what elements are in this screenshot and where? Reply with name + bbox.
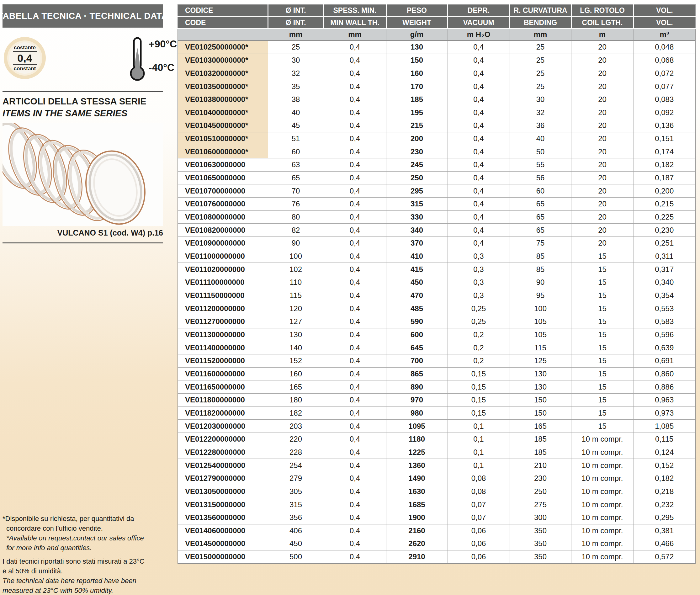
table-row: VE0145000000004500,426200,0635010 m comp… bbox=[178, 537, 695, 550]
weight-cell: 2910 bbox=[386, 550, 447, 564]
weight-cell: 2160 bbox=[386, 524, 447, 537]
volume-cell: 0,230 bbox=[634, 224, 695, 237]
bending-cell: 65 bbox=[509, 198, 571, 211]
bending-cell: 85 bbox=[509, 263, 571, 276]
diameter-cell: 63 bbox=[268, 159, 324, 172]
badge-label-it: costante bbox=[14, 45, 36, 51]
volume-cell: 0,136 bbox=[634, 119, 695, 132]
code-cell: VE011100000000 bbox=[178, 276, 268, 289]
vacuum-cell: 0,4 bbox=[447, 80, 509, 93]
vacuum-cell: 0,4 bbox=[447, 159, 509, 172]
footnote-line: I dati tecnici riportati sono stati misu… bbox=[2, 557, 178, 566]
volume-cell: 0,225 bbox=[634, 210, 695, 224]
table-row: VE010760000000760,43150,465200,215 bbox=[178, 198, 695, 211]
vacuum-cell: 0,4 bbox=[447, 171, 509, 185]
vacuum-cell: 0,3 bbox=[447, 263, 509, 276]
coil-length-cell: 10 m compr. bbox=[571, 537, 634, 550]
page-title: TABELLA TECNICA · TECHNICAL DATA bbox=[0, 11, 168, 21]
vacuum-cell: 0,1 bbox=[447, 420, 509, 433]
table-row: VE0125400000002540,413600,121010 m compr… bbox=[178, 459, 695, 472]
coil-length-cell: 15 bbox=[571, 289, 634, 302]
diameter-cell: 450 bbox=[268, 537, 324, 550]
coil-length-cell: 15 bbox=[571, 406, 634, 420]
wall-cell: 0,4 bbox=[324, 315, 386, 329]
weight-cell: 200 bbox=[386, 132, 447, 145]
table-row: VE0130500000003050,416300,0825010 m comp… bbox=[178, 485, 695, 498]
table-row: VE010510000000*510,42000,440200,151 bbox=[178, 132, 695, 145]
volume-cell: 0,317 bbox=[634, 263, 695, 276]
weight-cell: 645 bbox=[386, 341, 447, 355]
hose-product-image bbox=[2, 123, 163, 226]
diameter-cell: 80 bbox=[268, 210, 324, 224]
wall-cell: 0,4 bbox=[324, 328, 386, 341]
bending-cell: 60 bbox=[509, 185, 571, 198]
volume-cell: 0,068 bbox=[634, 54, 695, 67]
bending-cell: 50 bbox=[509, 145, 571, 159]
volume-cell: 0,151 bbox=[634, 132, 695, 145]
bending-cell: 56 bbox=[509, 171, 571, 185]
bending-cell: 130 bbox=[509, 367, 571, 380]
code-cell: VE010510000000* bbox=[178, 132, 268, 145]
diameter-cell: 76 bbox=[268, 198, 324, 211]
weight-cell: 590 bbox=[386, 315, 447, 329]
bending-cell: 350 bbox=[509, 550, 571, 564]
col-header-vol: VOL. bbox=[634, 17, 695, 29]
code-cell: VE011300000000 bbox=[178, 328, 268, 341]
temperature-max: +90°C bbox=[149, 38, 177, 50]
wall-cell: 0,4 bbox=[324, 237, 386, 250]
table-row: VE010250000000*250,41300,425200,048 bbox=[178, 40, 695, 54]
weight-cell: 700 bbox=[386, 354, 447, 367]
weight-cell: 485 bbox=[386, 302, 447, 315]
volume-cell: 0,251 bbox=[634, 237, 695, 250]
weight-cell: 245 bbox=[386, 159, 447, 172]
wall-cell: 0,4 bbox=[324, 159, 386, 172]
volume-cell: 0,381 bbox=[634, 524, 695, 537]
weight-cell: 1225 bbox=[386, 446, 447, 459]
coil-length-cell: 20 bbox=[571, 106, 634, 119]
diameter-cell: 500 bbox=[268, 550, 324, 564]
wall-cell: 0,4 bbox=[324, 263, 386, 276]
diameter-cell: 100 bbox=[268, 250, 324, 263]
coil-length-cell: 10 m compr. bbox=[571, 459, 634, 472]
diameter-cell: 45 bbox=[268, 119, 324, 132]
vacuum-cell: 0,15 bbox=[447, 367, 509, 380]
wall-cell: 0,4 bbox=[324, 393, 386, 406]
diameter-cell: 82 bbox=[268, 224, 324, 237]
col-header-bending: BENDING bbox=[509, 17, 571, 29]
code-cell: VE012030000000 bbox=[178, 420, 268, 433]
table-row: VE0112000000001200,44850,25100150,553 bbox=[178, 302, 695, 315]
bending-cell: 25 bbox=[509, 40, 571, 54]
table-row: VE010450000000*450,42150,436200,136 bbox=[178, 119, 695, 132]
wall-cell: 0,4 bbox=[324, 132, 386, 145]
bending-cell: 65 bbox=[509, 210, 571, 224]
vacuum-cell: 0,08 bbox=[447, 472, 509, 485]
bending-cell: 85 bbox=[509, 250, 571, 263]
wall-cell: 0,4 bbox=[324, 80, 386, 93]
coil-length-cell: 20 bbox=[571, 171, 634, 185]
table-row: VE0113000000001300,46000,2105150,596 bbox=[178, 328, 695, 341]
wall-cell: 0,4 bbox=[324, 446, 386, 459]
bending-cell: 250 bbox=[509, 485, 571, 498]
unit-mh2o: m H₂O bbox=[447, 29, 509, 40]
table-row: VE0116500000001650,48900,15130150,886 bbox=[178, 380, 695, 394]
diameter-cell: 279 bbox=[268, 472, 324, 485]
coil-length-cell: 15 bbox=[571, 263, 634, 276]
weight-cell: 470 bbox=[386, 289, 447, 302]
code-cell: VE011600000000 bbox=[178, 367, 268, 380]
weight-cell: 2620 bbox=[386, 537, 447, 550]
volume-cell: 0,124 bbox=[634, 446, 695, 459]
volume-cell: 0,354 bbox=[634, 289, 695, 302]
code-cell: VE011820000000 bbox=[178, 406, 268, 420]
footnote-line: *Available on request,contact our sales … bbox=[2, 533, 178, 543]
wall-cell: 0,4 bbox=[324, 354, 386, 367]
vacuum-cell: 0,1 bbox=[447, 446, 509, 459]
code-cell: VE015000000000 bbox=[178, 550, 268, 564]
col-header-diameter: Ø INT. bbox=[268, 17, 324, 29]
code-cell: VE010450000000* bbox=[178, 119, 268, 132]
vacuum-cell: 0,08 bbox=[447, 485, 509, 498]
divider-line bbox=[2, 91, 163, 92]
vacuum-cell: 0,3 bbox=[447, 289, 509, 302]
code-cell: VE010800000000 bbox=[178, 210, 268, 224]
diameter-cell: 356 bbox=[268, 511, 324, 524]
wall-cell: 0,4 bbox=[324, 93, 386, 106]
